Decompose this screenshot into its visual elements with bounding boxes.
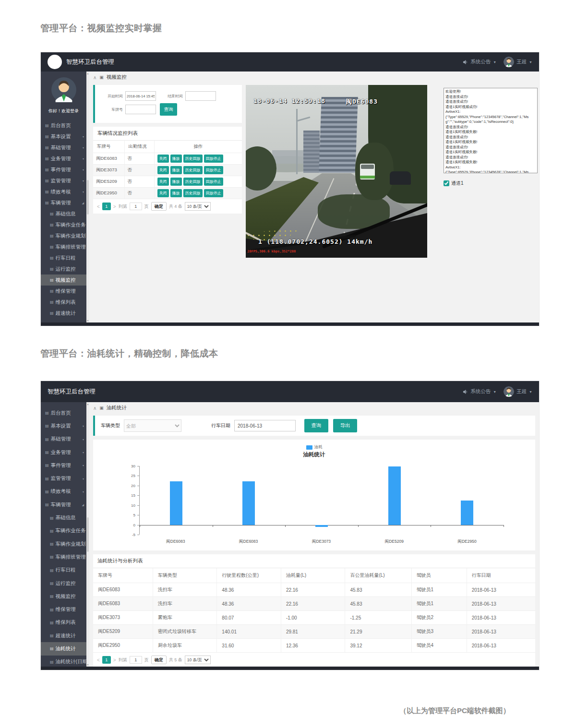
sidebar-item-超速统计[interactable]: ▤超速统计 [41,629,86,642]
sidebar-item-油耗统计[interactable]: ▤油耗统计 [41,642,86,655]
channel-checkbox[interactable] [444,180,449,186]
action-button-关闭[interactable]: 关闭 [157,166,169,174]
chart-legend[interactable]: 油耗 [93,444,535,450]
cell-actions: 关闭播放历史回放回放停止 [154,165,242,176]
table-cell: 驾驶员3 [411,625,467,639]
action-button-播放[interactable]: 播放 [170,155,182,163]
sidebar-menu: ▤后台首页▤基本设置▾▤基础管理▾▤业务管理▾▤事件管理▾▤监管管理▾▤绩效考核… [41,402,86,667]
sidebar-item-行车日程[interactable]: ▤行车日程 [41,252,86,263]
action-button-关闭[interactable]: 关闭 [157,189,169,197]
sidebar-item-业务管理[interactable]: ▤业务管理▾ [41,446,86,459]
scroll-down-icon[interactable]: ▼ [87,319,89,322]
sidebar-item-事件管理[interactable]: ▤事件管理▾ [41,459,86,472]
sidebar-item-基础信息[interactable]: ▤基础信息 [41,208,86,219]
export-button[interactable]: 导出 [333,419,357,432]
action-button-播放[interactable]: 播放 [170,178,182,186]
sidebar-item-油耗统计(日期)[interactable]: ▤油耗统计(日期) [41,656,86,667]
scroll-up-icon[interactable]: ▲ [87,403,89,406]
user-name[interactable]: 王超 [516,388,527,395]
end-time-input[interactable] [185,91,216,101]
user-avatar[interactable] [504,386,514,397]
action-button-历史回放[interactable]: 历史回放 [183,155,203,163]
sidebar-item-车辆作业任务[interactable]: ▤车辆作业任务 [41,525,86,537]
sidebar-item-基本设置[interactable]: ▤基本设置▾ [41,131,86,142]
sidebar-item-维保管理[interactable]: ▤维保管理 [41,286,86,297]
next-page-button[interactable]: > [113,204,116,209]
sidebar-item-车辆排班管理[interactable]: ▤车辆排班管理 [41,241,86,252]
goto-confirm-button[interactable]: 确定 [151,656,167,664]
sidebar-item-维保管理[interactable]: ▤维保管理 [41,603,86,616]
action-button-历史回放[interactable]: 历史回放 [183,178,203,186]
goto-confirm-button[interactable]: 确定 [151,202,167,211]
next-page-button[interactable]: > [113,657,116,663]
current-page-button[interactable]: 1 [102,656,111,664]
sidebar-item-视频监控[interactable]: ▤视频监控 [41,274,86,286]
scrollbar-thumb[interactable] [87,517,89,552]
sidebar-item-运行监控[interactable]: ▤运行监控 [41,577,86,590]
sidebar-item-维保列表[interactable]: ▤维保列表 [41,616,86,629]
sidebar-item-绩效考核[interactable]: ▤绩效考核▾ [41,186,86,197]
drive-date-input[interactable] [234,420,296,431]
sidebar-item-事件管理[interactable]: ▤事件管理▾ [41,164,86,175]
user-name[interactable]: 王超 [516,59,527,65]
action-button-播放[interactable]: 播放 [170,166,182,174]
search-button[interactable]: 查询 [304,419,328,432]
action-button-回放停止[interactable]: 回放停止 [204,166,223,174]
sidebar-item-车辆作业任务[interactable]: ▤车辆作业任务 [41,219,86,230]
sidebar-item-基础管理[interactable]: ▤基础管理▾ [41,433,86,446]
search-button[interactable]: 查询 [160,103,177,116]
sidebar-item-车辆排班管理[interactable]: ▤车辆排班管理 [41,550,86,563]
start-time-input[interactable] [125,91,156,101]
sidebar-item-视频监控[interactable]: ▤视频监控 [41,590,86,603]
scrollbar-thumb[interactable] [87,180,89,215]
sidebar-item-监管管理[interactable]: ▤监管管理▾ [41,472,86,485]
connection-log[interactable]: 欢迎使用!通道连接成功!通道连接成功!通道1实时视频成功!AvtiveX1:{"… [444,88,538,173]
cell-duty: 否 [124,165,154,176]
cell-plate: 闽DE5209 [93,176,124,188]
prev-page-button[interactable]: < [97,657,100,663]
goto-page-input[interactable] [130,203,142,210]
action-button-回放停止[interactable]: 回放停止 [204,155,223,163]
current-page-button[interactable]: 1 [102,203,111,210]
scroll-up-icon[interactable]: ▲ [87,72,89,75]
action-button-播放[interactable]: 播放 [170,189,182,197]
user-avatar[interactable] [504,57,514,67]
action-button-回放停止[interactable]: 回放停止 [204,178,223,186]
sidebar-item-车辆作业规划[interactable]: ▤车辆作业规划 [41,230,86,241]
collapse-icon[interactable]: ∧ [93,406,96,411]
sidebar-item-维保列表[interactable]: ▤维保列表 [41,297,86,308]
action-button-历史回放[interactable]: 历史回放 [183,189,203,197]
sidebar-item-运行监控[interactable]: ▤运行监控 [41,263,86,274]
sidebar-item-超速统计[interactable]: ▤超速统计 [41,308,86,319]
vehicle-type-select[interactable]: 全部 [124,419,181,432]
sidebar-item-绩效考核[interactable]: ▤绩效考核▾ [41,485,86,498]
sidebar-item-后台首页[interactable]: ▤后台首页 [41,120,86,131]
scroll-down-icon[interactable]: ▼ [87,663,89,666]
sidebar-item-基本设置[interactable]: ▤基本设置▾ [41,419,86,432]
action-button-回放停止[interactable]: 回放停止 [204,189,223,197]
sidebar-item-label: 基础信息 [56,211,76,217]
sidebar-item-车辆管理[interactable]: ▤车辆管理◢ [41,197,86,208]
sidebar-item-label: 油耗统计 [56,645,76,652]
action-button-关闭[interactable]: 关闭 [157,155,169,163]
sidebar-item-后台首页[interactable]: ▤后台首页 [41,406,86,419]
sidebar-item-业务管理[interactable]: ▤业务管理▾ [41,153,86,164]
announcement-link[interactable]: 系统公告 [470,59,491,65]
menu-item-icon: ▤ [50,542,54,546]
sidebar-item-行车日程[interactable]: ▤行车日程 [41,564,86,577]
video-gps-overlay: 1 (118.0702,24.6052) 14km/h [258,238,372,245]
sidebar-item-车辆作业规划[interactable]: ▤车辆作业规划 [41,537,86,550]
plate-input[interactable] [125,105,156,114]
per-page-select[interactable]: 10 条/页 [185,202,211,211]
action-button-关闭[interactable]: 关闭 [157,178,169,186]
prev-page-button[interactable]: < [97,204,100,209]
sidebar-item-基础管理[interactable]: ▤基础管理▾ [41,142,86,153]
sidebar-item-车辆管理[interactable]: ▤车辆管理◢ [41,498,86,511]
announcement-link[interactable]: 系统公告 [470,388,491,395]
collapse-icon[interactable]: ∧ [93,75,96,80]
sidebar-item-监管管理[interactable]: ▤监管管理▾ [41,175,86,186]
per-page-select[interactable]: 10 条/页 [185,656,211,664]
goto-page-input[interactable] [130,656,142,664]
action-button-历史回放[interactable]: 历史回放 [183,166,203,174]
sidebar-item-基础信息[interactable]: ▤基础信息 [41,511,86,524]
